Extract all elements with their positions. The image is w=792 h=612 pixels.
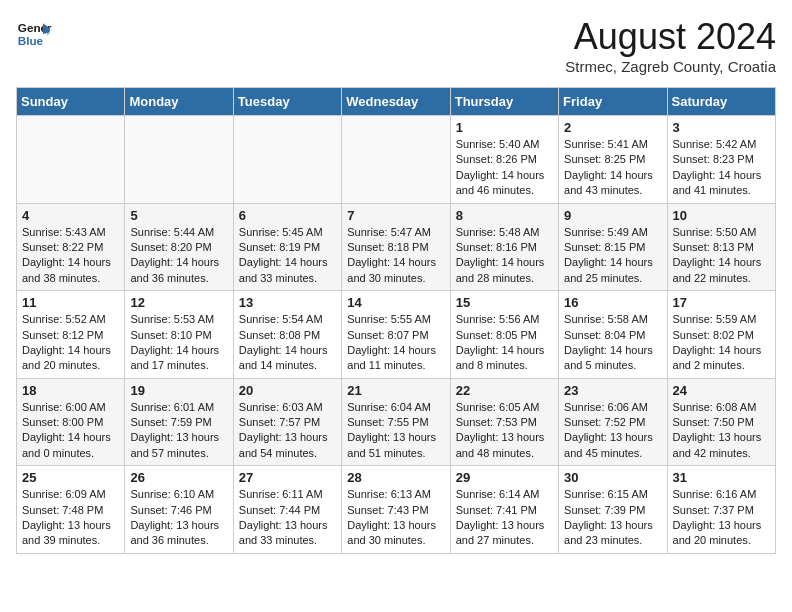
calendar-cell: 20Sunrise: 6:03 AM Sunset: 7:57 PM Dayli… bbox=[233, 378, 341, 466]
weekday-header: Monday bbox=[125, 88, 233, 116]
day-info: Sunrise: 6:16 AM Sunset: 7:37 PM Dayligh… bbox=[673, 487, 770, 549]
day-number: 28 bbox=[347, 470, 444, 485]
calendar-cell: 21Sunrise: 6:04 AM Sunset: 7:55 PM Dayli… bbox=[342, 378, 450, 466]
day-number: 25 bbox=[22, 470, 119, 485]
day-number: 7 bbox=[347, 208, 444, 223]
calendar-cell: 29Sunrise: 6:14 AM Sunset: 7:41 PM Dayli… bbox=[450, 466, 558, 554]
day-number: 23 bbox=[564, 383, 661, 398]
day-info: Sunrise: 5:49 AM Sunset: 8:15 PM Dayligh… bbox=[564, 225, 661, 287]
weekday-header: Thursday bbox=[450, 88, 558, 116]
calendar-cell bbox=[17, 116, 125, 204]
calendar-cell: 5Sunrise: 5:44 AM Sunset: 8:20 PM Daylig… bbox=[125, 203, 233, 291]
calendar-week-row: 25Sunrise: 6:09 AM Sunset: 7:48 PM Dayli… bbox=[17, 466, 776, 554]
calendar-cell bbox=[233, 116, 341, 204]
calendar-cell: 25Sunrise: 6:09 AM Sunset: 7:48 PM Dayli… bbox=[17, 466, 125, 554]
calendar-week-row: 11Sunrise: 5:52 AM Sunset: 8:12 PM Dayli… bbox=[17, 291, 776, 379]
day-info: Sunrise: 5:50 AM Sunset: 8:13 PM Dayligh… bbox=[673, 225, 770, 287]
calendar-cell: 23Sunrise: 6:06 AM Sunset: 7:52 PM Dayli… bbox=[559, 378, 667, 466]
calendar-cell: 17Sunrise: 5:59 AM Sunset: 8:02 PM Dayli… bbox=[667, 291, 775, 379]
logo-icon: General Blue bbox=[16, 16, 52, 52]
day-info: Sunrise: 5:42 AM Sunset: 8:23 PM Dayligh… bbox=[673, 137, 770, 199]
weekday-header: Saturday bbox=[667, 88, 775, 116]
day-number: 30 bbox=[564, 470, 661, 485]
day-info: Sunrise: 5:55 AM Sunset: 8:07 PM Dayligh… bbox=[347, 312, 444, 374]
calendar-cell: 4Sunrise: 5:43 AM Sunset: 8:22 PM Daylig… bbox=[17, 203, 125, 291]
day-number: 3 bbox=[673, 120, 770, 135]
weekday-header: Friday bbox=[559, 88, 667, 116]
calendar-cell: 6Sunrise: 5:45 AM Sunset: 8:19 PM Daylig… bbox=[233, 203, 341, 291]
day-number: 13 bbox=[239, 295, 336, 310]
day-number: 27 bbox=[239, 470, 336, 485]
calendar-cell: 10Sunrise: 5:50 AM Sunset: 8:13 PM Dayli… bbox=[667, 203, 775, 291]
day-number: 21 bbox=[347, 383, 444, 398]
calendar-cell: 8Sunrise: 5:48 AM Sunset: 8:16 PM Daylig… bbox=[450, 203, 558, 291]
logo: General Blue bbox=[16, 16, 52, 52]
day-number: 1 bbox=[456, 120, 553, 135]
day-number: 14 bbox=[347, 295, 444, 310]
calendar-cell: 12Sunrise: 5:53 AM Sunset: 8:10 PM Dayli… bbox=[125, 291, 233, 379]
svg-text:Blue: Blue bbox=[18, 34, 44, 47]
day-number: 15 bbox=[456, 295, 553, 310]
calendar-cell: 14Sunrise: 5:55 AM Sunset: 8:07 PM Dayli… bbox=[342, 291, 450, 379]
calendar-cell: 7Sunrise: 5:47 AM Sunset: 8:18 PM Daylig… bbox=[342, 203, 450, 291]
day-info: Sunrise: 5:54 AM Sunset: 8:08 PM Dayligh… bbox=[239, 312, 336, 374]
calendar-week-row: 4Sunrise: 5:43 AM Sunset: 8:22 PM Daylig… bbox=[17, 203, 776, 291]
day-info: Sunrise: 5:45 AM Sunset: 8:19 PM Dayligh… bbox=[239, 225, 336, 287]
day-info: Sunrise: 5:47 AM Sunset: 8:18 PM Dayligh… bbox=[347, 225, 444, 287]
calendar-cell: 18Sunrise: 6:00 AM Sunset: 8:00 PM Dayli… bbox=[17, 378, 125, 466]
day-number: 17 bbox=[673, 295, 770, 310]
day-info: Sunrise: 6:00 AM Sunset: 8:00 PM Dayligh… bbox=[22, 400, 119, 462]
title-area: August 2024 Strmec, Zagreb County, Croat… bbox=[565, 16, 776, 75]
calendar-cell: 2Sunrise: 5:41 AM Sunset: 8:25 PM Daylig… bbox=[559, 116, 667, 204]
weekday-header: Tuesday bbox=[233, 88, 341, 116]
calendar-cell: 22Sunrise: 6:05 AM Sunset: 7:53 PM Dayli… bbox=[450, 378, 558, 466]
calendar-cell: 3Sunrise: 5:42 AM Sunset: 8:23 PM Daylig… bbox=[667, 116, 775, 204]
day-info: Sunrise: 5:56 AM Sunset: 8:05 PM Dayligh… bbox=[456, 312, 553, 374]
day-number: 9 bbox=[564, 208, 661, 223]
day-info: Sunrise: 6:09 AM Sunset: 7:48 PM Dayligh… bbox=[22, 487, 119, 549]
day-number: 11 bbox=[22, 295, 119, 310]
day-number: 12 bbox=[130, 295, 227, 310]
day-number: 26 bbox=[130, 470, 227, 485]
day-number: 18 bbox=[22, 383, 119, 398]
day-number: 29 bbox=[456, 470, 553, 485]
calendar-cell: 31Sunrise: 6:16 AM Sunset: 7:37 PM Dayli… bbox=[667, 466, 775, 554]
day-info: Sunrise: 6:05 AM Sunset: 7:53 PM Dayligh… bbox=[456, 400, 553, 462]
day-info: Sunrise: 5:44 AM Sunset: 8:20 PM Dayligh… bbox=[130, 225, 227, 287]
calendar-cell: 1Sunrise: 5:40 AM Sunset: 8:26 PM Daylig… bbox=[450, 116, 558, 204]
day-info: Sunrise: 6:01 AM Sunset: 7:59 PM Dayligh… bbox=[130, 400, 227, 462]
header: General Blue August 2024 Strmec, Zagreb … bbox=[16, 16, 776, 75]
day-number: 2 bbox=[564, 120, 661, 135]
day-number: 5 bbox=[130, 208, 227, 223]
day-info: Sunrise: 5:59 AM Sunset: 8:02 PM Dayligh… bbox=[673, 312, 770, 374]
day-number: 4 bbox=[22, 208, 119, 223]
day-number: 8 bbox=[456, 208, 553, 223]
day-number: 31 bbox=[673, 470, 770, 485]
day-info: Sunrise: 5:48 AM Sunset: 8:16 PM Dayligh… bbox=[456, 225, 553, 287]
month-title: August 2024 bbox=[565, 16, 776, 58]
calendar-cell: 30Sunrise: 6:15 AM Sunset: 7:39 PM Dayli… bbox=[559, 466, 667, 554]
calendar-cell bbox=[342, 116, 450, 204]
day-number: 10 bbox=[673, 208, 770, 223]
calendar-cell: 9Sunrise: 5:49 AM Sunset: 8:15 PM Daylig… bbox=[559, 203, 667, 291]
day-info: Sunrise: 5:43 AM Sunset: 8:22 PM Dayligh… bbox=[22, 225, 119, 287]
day-number: 22 bbox=[456, 383, 553, 398]
calendar-cell: 15Sunrise: 5:56 AM Sunset: 8:05 PM Dayli… bbox=[450, 291, 558, 379]
day-number: 6 bbox=[239, 208, 336, 223]
day-info: Sunrise: 5:40 AM Sunset: 8:26 PM Dayligh… bbox=[456, 137, 553, 199]
calendar-cell: 27Sunrise: 6:11 AM Sunset: 7:44 PM Dayli… bbox=[233, 466, 341, 554]
calendar-cell: 19Sunrise: 6:01 AM Sunset: 7:59 PM Dayli… bbox=[125, 378, 233, 466]
day-info: Sunrise: 6:14 AM Sunset: 7:41 PM Dayligh… bbox=[456, 487, 553, 549]
day-info: Sunrise: 5:41 AM Sunset: 8:25 PM Dayligh… bbox=[564, 137, 661, 199]
day-info: Sunrise: 5:53 AM Sunset: 8:10 PM Dayligh… bbox=[130, 312, 227, 374]
weekday-header: Sunday bbox=[17, 88, 125, 116]
calendar-week-row: 18Sunrise: 6:00 AM Sunset: 8:00 PM Dayli… bbox=[17, 378, 776, 466]
day-info: Sunrise: 6:04 AM Sunset: 7:55 PM Dayligh… bbox=[347, 400, 444, 462]
header-row: SundayMondayTuesdayWednesdayThursdayFrid… bbox=[17, 88, 776, 116]
day-info: Sunrise: 6:10 AM Sunset: 7:46 PM Dayligh… bbox=[130, 487, 227, 549]
calendar-cell: 16Sunrise: 5:58 AM Sunset: 8:04 PM Dayli… bbox=[559, 291, 667, 379]
calendar-cell bbox=[125, 116, 233, 204]
calendar-cell: 26Sunrise: 6:10 AM Sunset: 7:46 PM Dayli… bbox=[125, 466, 233, 554]
calendar-cell: 28Sunrise: 6:13 AM Sunset: 7:43 PM Dayli… bbox=[342, 466, 450, 554]
day-number: 19 bbox=[130, 383, 227, 398]
